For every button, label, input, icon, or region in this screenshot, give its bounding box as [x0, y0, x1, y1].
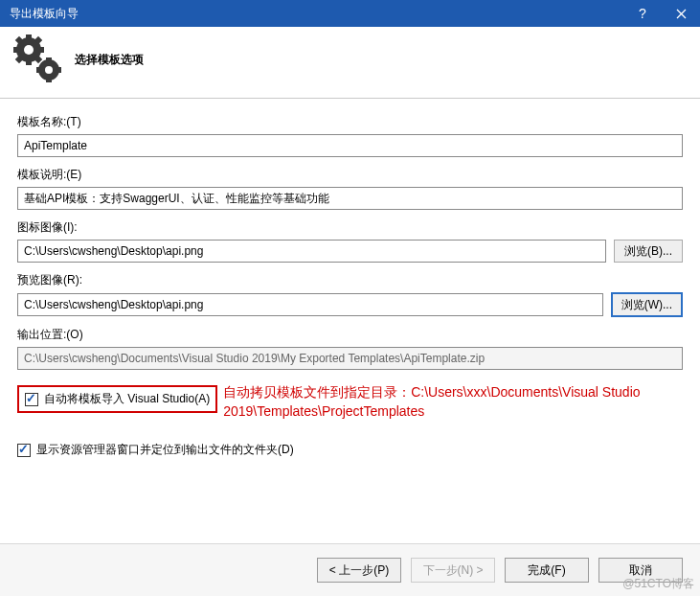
auto-import-checkbox[interactable] [25, 393, 38, 406]
finish-button[interactable]: 完成(F) [505, 558, 589, 583]
titlebar: 导出模板向导 ? [0, 0, 700, 27]
svg-rect-5 [38, 47, 44, 53]
open-explorer-label[interactable]: 显示资源管理器窗口并定位到输出文件的文件夹(D) [36, 442, 294, 458]
page-title: 选择模板选项 [75, 52, 144, 68]
browse-preview-button[interactable]: 浏览(W)... [611, 292, 683, 317]
svg-rect-12 [46, 57, 52, 62]
preview-image-input[interactable] [17, 293, 603, 316]
annotation-text: 自动拷贝模板文件到指定目录：C:\Users\xxx\Documents\Vis… [223, 379, 683, 421]
field-icon-image: 图标图像(I): 浏览(B)... [17, 219, 683, 263]
dialog-header: 选择模板选项 [0, 27, 700, 98]
template-desc-label: 模板说明:(E) [17, 167, 683, 183]
close-icon [676, 9, 687, 19]
svg-point-11 [45, 66, 53, 74]
footer: < 上一步(P) 下一步(N) > 完成(F) 取消 [0, 543, 700, 596]
window-title: 导出模板向导 [10, 6, 623, 22]
watermark: @51CTO博客 [622, 576, 694, 592]
preview-image-label: 预览图像(R): [17, 272, 683, 288]
output-location-input [17, 347, 683, 370]
field-preview-image: 预览图像(R): 浏览(W)... [17, 272, 683, 317]
help-button[interactable]: ? [623, 0, 662, 27]
svg-rect-3 [26, 59, 32, 65]
svg-rect-13 [46, 78, 52, 82]
template-desc-input[interactable] [17, 187, 683, 210]
prev-button[interactable]: < 上一步(P) [317, 558, 401, 583]
content-area: 模板名称:(T) 模板说明:(E) 图标图像(I): 浏览(B)... 预览图像… [0, 99, 700, 543]
open-explorer-checkbox[interactable] [17, 444, 31, 457]
auto-import-label[interactable]: 自动将模板导入 Visual Studio(A) [44, 391, 210, 407]
next-button: 下一步(N) > [411, 558, 495, 583]
svg-rect-14 [36, 67, 41, 73]
svg-point-1 [24, 45, 34, 55]
field-template-desc: 模板说明:(E) [17, 167, 683, 210]
field-output-location: 输出位置:(O) [17, 327, 683, 370]
close-button[interactable] [662, 0, 700, 27]
svg-rect-2 [26, 34, 32, 40]
open-explorer-row: 显示资源管理器窗口并定位到输出文件的文件夹(D) [17, 442, 683, 458]
svg-rect-4 [13, 47, 19, 53]
output-location-label: 输出位置:(O) [17, 327, 683, 343]
field-template-name: 模板名称:(T) [17, 114, 683, 157]
svg-rect-15 [56, 67, 61, 73]
gear-icon [13, 34, 63, 84]
icon-image-label: 图标图像(I): [17, 219, 683, 236]
browse-icon-button[interactable]: 浏览(B)... [614, 240, 683, 263]
icon-image-input[interactable] [17, 240, 606, 263]
dialog-body: 选择模板选项 模板名称:(T) 模板说明:(E) 图标图像(I): 浏览(B).… [0, 27, 700, 596]
template-name-input[interactable] [17, 134, 683, 157]
auto-import-row: 自动将模板导入 Visual Studio(A) 自动拷贝模板文件到指定目录：C… [17, 379, 683, 421]
template-name-label: 模板名称:(T) [17, 114, 683, 130]
